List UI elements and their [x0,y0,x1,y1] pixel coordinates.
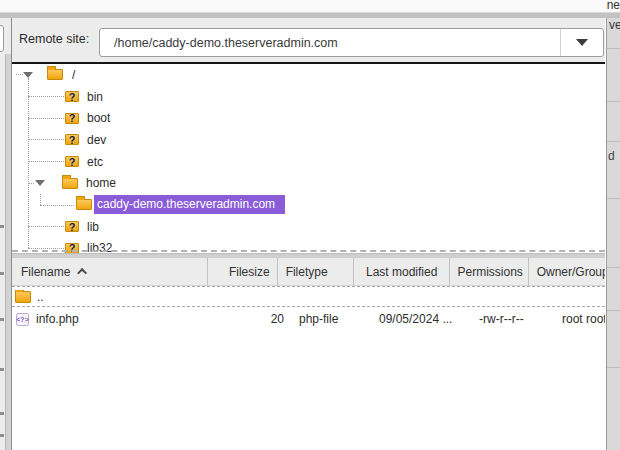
chevron-down-icon[interactable] [23,72,33,78]
permissions-value: -rw-r--r-- [472,312,554,326]
tree-item-root[interactable]: / [12,64,605,86]
column-label: Owner/Group [537,265,605,279]
background-item-fragment [0,368,4,371]
column-header-filetype[interactable]: Filetype [278,258,354,285]
combobox-dropdown-button[interactable] [560,29,603,56]
background-row-line [607,141,620,142]
remote-directory-tree[interactable]: / bin boot dev etc home caddy-demo.these… [12,64,605,253]
background-item-fragment [0,434,4,437]
column-header-filename[interactable]: Filename [12,258,208,285]
tree-item-label: dev [84,131,109,149]
owner-value: root root [554,312,605,326]
folder-icon [76,199,92,210]
column-header-permissions[interactable]: Permissions [450,258,528,285]
remote-site-label: Remote site: [19,32,89,46]
tree-item-label: lib [84,218,102,236]
unknown-folder-icon [65,134,79,145]
tree-item-dev[interactable]: dev [12,129,605,151]
chevron-down-icon[interactable] [35,180,45,186]
background-right-panel-edge: ve d [606,18,620,450]
background-window-top: ne [0,0,620,12]
background-row-line [607,101,620,102]
column-label: Last modified [366,265,437,279]
background-row-line [607,310,620,311]
background-row-line [607,48,620,49]
background-item-fragment [0,318,4,321]
unknown-folder-icon [65,113,79,124]
column-label: Filename [21,265,70,279]
background-row-line [607,198,620,199]
file-list-header: Filename Filesize Filetype Last modified… [12,258,605,286]
tree-item-caddy-demo[interactable]: caddy-demo.theserveradmin.com [12,194,605,216]
column-header-last-modified[interactable]: Last modified [354,258,450,285]
background-row-line [607,367,620,368]
background-text-fragment: d [608,149,615,163]
remote-path-combobox[interactable] [99,28,604,57]
remote-path-input[interactable] [100,29,560,56]
folder-icon [62,178,78,189]
tree-item-label-selected: caddy-demo.theserveradmin.com [94,195,285,214]
filename-label: .. [37,290,44,304]
background-item-fragment [0,412,4,415]
column-label: Filesize [229,265,270,279]
column-header-owner-group[interactable]: Owner/Group [529,258,605,285]
background-input-fragment [0,25,4,52]
filesize-value: 20 [218,312,291,326]
tree-item-etc[interactable]: etc [12,151,605,173]
sort-ascending-icon [77,268,87,278]
remote-site-panel: Remote site: / bin boot [11,18,605,450]
filetype-value: php-file [291,312,371,326]
folder-icon [47,69,63,80]
tree-item-lib[interactable]: lib [12,216,605,238]
background-text-fragment: ve [609,18,620,32]
background-item-fragment [0,225,4,228]
column-label: Permissions [457,265,522,279]
remote-site-bar: Remote site: [12,18,605,62]
splitter-drag-indicator [12,250,605,252]
background-row-line [607,267,620,268]
last-modified-value: 09/05/2024 ... [371,312,472,326]
tree-item-bin[interactable]: bin [12,86,605,108]
unknown-folder-icon [65,91,79,102]
unknown-folder-icon [65,221,79,232]
tree-item-label: / [69,66,78,84]
column-label: Filetype [286,265,328,279]
file-row-info-php[interactable]: info.php 20 php-file 09/05/2024 ... -rw-… [12,307,605,331]
folder-icon [15,291,31,303]
tree-item-label: home [83,174,119,192]
remote-file-list[interactable]: Filename Filesize Filetype Last modified… [12,258,605,450]
column-header-filesize[interactable]: Filesize [208,258,278,285]
file-row-parent-directory[interactable]: .. [12,286,605,307]
filename-label: info.php [36,312,79,326]
tree-item-label: etc [84,153,106,171]
tree-item-label: boot [84,109,113,127]
tree-item-home[interactable]: home [12,172,605,194]
php-file-icon [16,313,29,326]
tree-item-label: bin [84,88,106,106]
background-item-fragment [0,272,4,275]
dropdown-arrow-icon [576,39,588,46]
background-text-fragment: ne [607,0,620,12]
unknown-folder-icon [65,156,79,167]
background-left-panel-edge [0,18,11,450]
tree-item-boot[interactable]: boot [12,107,605,129]
